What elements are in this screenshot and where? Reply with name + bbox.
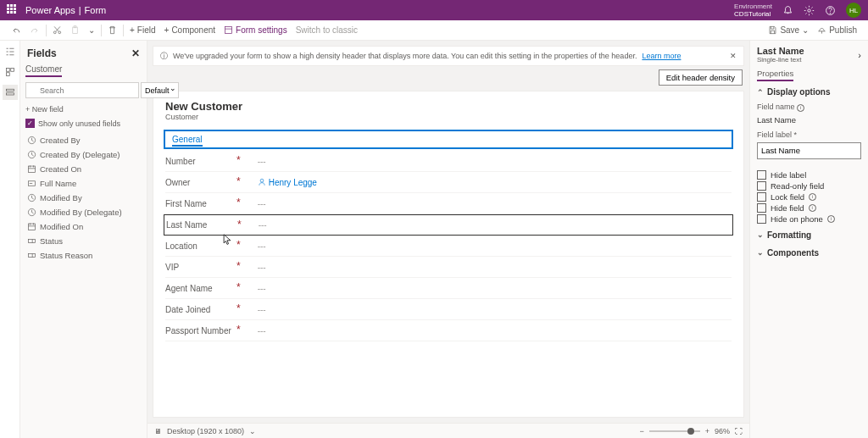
svg-rect-8 [6,69,9,72]
prop-checkbox[interactable]: Hide field i [757,202,861,213]
command-bar: ⌄ + Field + Component Form settings Swit… [0,20,868,41]
form-settings-button[interactable]: Form settings [220,20,292,40]
form-field-row[interactable]: Passport Number*--- [165,320,732,341]
user-avatar[interactable]: HL [846,3,861,18]
svg-point-0 [808,8,810,11]
prop-checkbox[interactable]: Read-only field [757,180,861,191]
svg-rect-22 [28,253,35,257]
publish-button[interactable]: Publish [813,25,861,35]
opt-icon [27,236,36,246]
top-bar: Power Apps | Form Environment CDSTutoria… [0,0,868,20]
display-options-section[interactable]: ⌃Display options [757,85,861,99]
undo-button[interactable] [7,20,25,40]
svg-rect-5 [73,27,78,34]
device-icon: 🖥 [154,427,162,435]
form-field-row[interactable]: Agent Name*--- [165,278,732,299]
app-launcher-icon[interactable] [7,4,19,16]
opt-icon [27,251,36,260]
field-item[interactable]: Created By [25,133,142,147]
fields-panel-tab[interactable]: Customer [25,63,62,77]
settings-icon[interactable] [804,5,815,16]
environment-picker[interactable]: Environment CDSTutorial [734,3,772,18]
delete-button[interactable] [103,20,121,40]
fit-icon[interactable]: ⛶ [735,427,743,435]
filter-dropdown[interactable]: Default [141,82,179,98]
info-bar: ⓘ We've upgraded your form to show a hig… [153,46,744,66]
svg-rect-10 [6,73,9,76]
clock-icon [27,208,36,217]
show-unused-checkbox[interactable]: ✓Show only unused fields [25,115,142,133]
paste-dropdown[interactable]: ⌄ [84,20,99,40]
zoom-value: 96% [715,427,730,435]
prop-checkbox[interactable]: Hide label [757,169,861,180]
cut-button[interactable] [48,20,66,40]
zoom-out-button[interactable]: − [639,427,643,435]
zoom-in-button[interactable]: + [705,427,709,435]
form-field-row[interactable]: Location*--- [165,236,732,257]
formatting-section[interactable]: ⌄Formatting [757,228,861,242]
field-item[interactable]: Full Name [25,176,142,191]
info-message: We've upgraded your form to show a high … [173,52,637,60]
form-subtitle: Customer [165,113,732,121]
svg-point-3 [53,31,56,34]
svg-rect-20 [28,224,35,230]
search-input[interactable] [25,82,139,98]
product-name: Power Apps [25,5,75,15]
properties-tab[interactable]: Properties [757,67,793,81]
info-icon: ⓘ [160,51,168,62]
switch-classic-button[interactable]: Switch to classic [292,20,362,40]
redo-button[interactable] [25,20,44,40]
svg-rect-7 [225,26,231,33]
help-icon[interactable] [825,5,836,16]
info-icon[interactable]: i [827,215,835,223]
info-icon[interactable]: i [809,193,816,201]
device-label[interactable]: Desktop (1920 x 1080) [167,427,244,435]
learn-more-link[interactable]: Learn more [642,52,681,60]
field-item[interactable]: Modified On [25,219,142,234]
prop-subtitle: Single-line text [757,56,804,64]
form-field-row[interactable]: First Name*--- [165,193,732,214]
field-item[interactable]: Created By (Delegate) [25,147,142,162]
form-field-row[interactable]: VIP*--- [165,257,732,278]
fields-panel-title: Fields [27,47,57,59]
fields-panel: Fields✕ Customer Default + New field ✓Sh… [20,41,147,438]
edit-header-density-button[interactable]: Edit header density [659,69,743,86]
new-field-button[interactable]: + New field [25,103,142,115]
info-icon[interactable]: i [797,104,804,112]
field-item[interactable]: Created On [25,162,142,176]
form-title: New Customer [165,100,732,113]
paste-button[interactable] [66,20,84,40]
field-item[interactable]: Modified By [25,191,142,205]
add-field-button[interactable]: + Field [125,20,160,40]
text-icon [27,179,36,188]
field-item[interactable]: Status Reason [25,248,142,263]
add-component-button[interactable]: + Component [160,20,220,40]
notifications-icon[interactable] [782,5,793,16]
zoom-slider[interactable] [649,430,700,432]
clock-icon [27,150,36,159]
rail-component-icon[interactable] [3,64,18,80]
components-section[interactable]: ⌄Components [757,246,861,260]
form-field-row[interactable]: Owner*Henry Legge [165,172,732,193]
page-name: Form [85,5,107,15]
svg-rect-9 [10,69,14,72]
form-field-row[interactable]: Last Name*--- [164,214,733,236]
cal-icon [27,164,36,174]
field-item[interactable]: Status [25,234,142,248]
prop-checkbox[interactable]: Lock field i [757,191,861,202]
prop-checkbox[interactable]: Hide on phone i [757,213,861,225]
svg-rect-16 [28,166,35,173]
rail-tree-icon[interactable] [3,44,18,59]
form-tab-general[interactable]: General [164,130,733,149]
form-field-row[interactable]: Number*--- [165,151,732,172]
info-close-icon[interactable]: ✕ [730,52,737,60]
field-label-input[interactable] [757,142,861,159]
rail-fields-icon[interactable] [3,85,18,100]
save-button[interactable]: Save ⌄ [764,25,813,35]
form-field-row[interactable]: Date Joined*--- [165,299,732,320]
field-item[interactable]: Modified By (Delegate) [25,205,142,219]
prop-expand-icon[interactable]: › [858,50,861,60]
close-icon[interactable]: ✕ [131,47,140,59]
info-icon[interactable]: i [809,204,816,212]
svg-rect-21 [28,239,35,242]
